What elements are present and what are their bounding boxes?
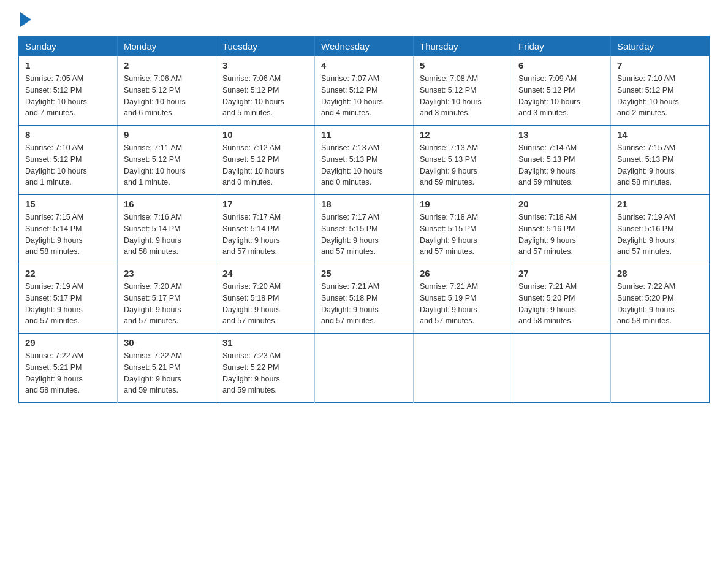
calendar-cell: 7 Sunrise: 7:10 AM Sunset: 5:12 PM Dayli… xyxy=(611,56,710,126)
calendar-cell: 15 Sunrise: 7:15 AM Sunset: 5:14 PM Dayl… xyxy=(19,195,118,264)
calendar-cell: 3 Sunrise: 7:06 AM Sunset: 5:12 PM Dayli… xyxy=(216,56,315,126)
calendar-cell: 18 Sunrise: 7:17 AM Sunset: 5:15 PM Dayl… xyxy=(315,195,414,264)
day-number: 7 xyxy=(617,60,703,71)
day-info: Sunrise: 7:06 AM Sunset: 5:12 PM Dayligh… xyxy=(124,73,210,119)
day-number: 9 xyxy=(124,129,210,140)
day-info: Sunrise: 7:22 AM Sunset: 5:21 PM Dayligh… xyxy=(124,350,210,396)
calendar-cell: 31 Sunrise: 7:23 AM Sunset: 5:22 PM Dayl… xyxy=(216,334,315,403)
day-info: Sunrise: 7:13 AM Sunset: 5:13 PM Dayligh… xyxy=(321,142,407,188)
calendar-cell: 16 Sunrise: 7:16 AM Sunset: 5:14 PM Dayl… xyxy=(118,195,216,264)
day-info: Sunrise: 7:18 AM Sunset: 5:16 PM Dayligh… xyxy=(518,212,604,258)
day-number: 14 xyxy=(617,129,703,140)
day-info: Sunrise: 7:17 AM Sunset: 5:14 PM Dayligh… xyxy=(222,212,308,258)
calendar-cell: 13 Sunrise: 7:14 AM Sunset: 5:13 PM Dayl… xyxy=(512,126,611,195)
column-header-monday: Monday xyxy=(118,36,216,57)
day-info: Sunrise: 7:21 AM Sunset: 5:19 PM Dayligh… xyxy=(420,281,506,327)
column-header-saturday: Saturday xyxy=(611,36,710,57)
calendar-cell xyxy=(414,334,512,403)
logo-triangle-icon xyxy=(20,12,31,27)
day-info: Sunrise: 7:11 AM Sunset: 5:12 PM Dayligh… xyxy=(124,142,210,188)
day-number: 5 xyxy=(420,60,506,71)
day-number: 16 xyxy=(124,199,210,209)
day-info: Sunrise: 7:15 AM Sunset: 5:13 PM Dayligh… xyxy=(617,142,703,188)
calendar-cell: 23 Sunrise: 7:20 AM Sunset: 5:17 PM Dayl… xyxy=(118,264,216,334)
calendar-cell: 21 Sunrise: 7:19 AM Sunset: 5:16 PM Dayl… xyxy=(611,195,710,264)
calendar-cell: 9 Sunrise: 7:11 AM Sunset: 5:12 PM Dayli… xyxy=(118,126,216,195)
day-number: 24 xyxy=(222,268,308,278)
day-number: 28 xyxy=(617,268,703,278)
day-number: 6 xyxy=(518,60,604,71)
column-header-thursday: Thursday xyxy=(414,36,512,57)
calendar-cell: 11 Sunrise: 7:13 AM Sunset: 5:13 PM Dayl… xyxy=(315,126,414,195)
column-header-wednesday: Wednesday xyxy=(315,36,414,57)
day-info: Sunrise: 7:09 AM Sunset: 5:12 PM Dayligh… xyxy=(518,73,604,119)
day-number: 8 xyxy=(25,129,111,140)
day-info: Sunrise: 7:22 AM Sunset: 5:21 PM Dayligh… xyxy=(25,350,111,396)
day-number: 27 xyxy=(518,268,604,278)
day-info: Sunrise: 7:07 AM Sunset: 5:12 PM Dayligh… xyxy=(321,73,407,119)
day-number: 30 xyxy=(124,337,210,348)
day-info: Sunrise: 7:21 AM Sunset: 5:18 PM Dayligh… xyxy=(321,281,407,327)
day-number: 18 xyxy=(321,199,407,209)
day-info: Sunrise: 7:22 AM Sunset: 5:20 PM Dayligh… xyxy=(617,281,703,327)
day-info: Sunrise: 7:14 AM Sunset: 5:13 PM Dayligh… xyxy=(518,142,604,188)
week-row-4: 22 Sunrise: 7:19 AM Sunset: 5:17 PM Dayl… xyxy=(19,264,710,334)
calendar-cell: 6 Sunrise: 7:09 AM Sunset: 5:12 PM Dayli… xyxy=(512,56,611,126)
calendar-cell: 10 Sunrise: 7:12 AM Sunset: 5:12 PM Dayl… xyxy=(216,126,315,195)
column-header-tuesday: Tuesday xyxy=(216,36,315,57)
day-number: 3 xyxy=(222,60,308,71)
day-number: 20 xyxy=(518,199,604,209)
calendar-cell: 29 Sunrise: 7:22 AM Sunset: 5:21 PM Dayl… xyxy=(19,334,118,403)
day-info: Sunrise: 7:18 AM Sunset: 5:15 PM Dayligh… xyxy=(420,212,506,258)
day-number: 11 xyxy=(321,129,407,140)
logo xyxy=(18,12,31,26)
column-header-friday: Friday xyxy=(512,36,611,57)
calendar-cell: 14 Sunrise: 7:15 AM Sunset: 5:13 PM Dayl… xyxy=(611,126,710,195)
day-info: Sunrise: 7:23 AM Sunset: 5:22 PM Dayligh… xyxy=(222,350,308,396)
day-number: 12 xyxy=(420,129,506,140)
calendar-cell: 20 Sunrise: 7:18 AM Sunset: 5:16 PM Dayl… xyxy=(512,195,611,264)
day-number: 31 xyxy=(222,337,308,348)
day-info: Sunrise: 7:19 AM Sunset: 5:16 PM Dayligh… xyxy=(617,212,703,258)
calendar-cell xyxy=(512,334,611,403)
day-number: 13 xyxy=(518,129,604,140)
calendar-table: SundayMondayTuesdayWednesdayThursdayFrid… xyxy=(18,36,710,403)
day-info: Sunrise: 7:05 AM Sunset: 5:12 PM Dayligh… xyxy=(25,73,111,119)
day-number: 2 xyxy=(124,60,210,71)
day-number: 29 xyxy=(25,337,111,348)
header-row: SundayMondayTuesdayWednesdayThursdayFrid… xyxy=(19,36,710,57)
day-info: Sunrise: 7:06 AM Sunset: 5:12 PM Dayligh… xyxy=(222,73,308,119)
day-number: 1 xyxy=(25,60,111,71)
day-info: Sunrise: 7:10 AM Sunset: 5:12 PM Dayligh… xyxy=(25,142,111,188)
calendar-cell: 4 Sunrise: 7:07 AM Sunset: 5:12 PM Dayli… xyxy=(315,56,414,126)
calendar-cell: 22 Sunrise: 7:19 AM Sunset: 5:17 PM Dayl… xyxy=(19,264,118,334)
calendar-cell xyxy=(315,334,414,403)
day-info: Sunrise: 7:15 AM Sunset: 5:14 PM Dayligh… xyxy=(25,212,111,258)
calendar-cell: 12 Sunrise: 7:13 AM Sunset: 5:13 PM Dayl… xyxy=(414,126,512,195)
day-number: 19 xyxy=(420,199,506,209)
day-info: Sunrise: 7:17 AM Sunset: 5:15 PM Dayligh… xyxy=(321,212,407,258)
week-row-2: 8 Sunrise: 7:10 AM Sunset: 5:12 PM Dayli… xyxy=(19,126,710,195)
day-info: Sunrise: 7:13 AM Sunset: 5:13 PM Dayligh… xyxy=(420,142,506,188)
calendar-cell: 24 Sunrise: 7:20 AM Sunset: 5:18 PM Dayl… xyxy=(216,264,315,334)
week-row-1: 1 Sunrise: 7:05 AM Sunset: 5:12 PM Dayli… xyxy=(19,56,710,126)
day-info: Sunrise: 7:16 AM Sunset: 5:14 PM Dayligh… xyxy=(124,212,210,258)
calendar-cell: 28 Sunrise: 7:22 AM Sunset: 5:20 PM Dayl… xyxy=(611,264,710,334)
calendar-cell: 5 Sunrise: 7:08 AM Sunset: 5:12 PM Dayli… xyxy=(414,56,512,126)
day-number: 26 xyxy=(420,268,506,278)
day-number: 4 xyxy=(321,60,407,71)
day-info: Sunrise: 7:20 AM Sunset: 5:17 PM Dayligh… xyxy=(124,281,210,327)
day-number: 23 xyxy=(124,268,210,278)
day-number: 21 xyxy=(617,199,703,209)
day-number: 10 xyxy=(222,129,308,140)
calendar-cell: 8 Sunrise: 7:10 AM Sunset: 5:12 PM Dayli… xyxy=(19,126,118,195)
calendar-cell: 1 Sunrise: 7:05 AM Sunset: 5:12 PM Dayli… xyxy=(19,56,118,126)
calendar-cell: 30 Sunrise: 7:22 AM Sunset: 5:21 PM Dayl… xyxy=(118,334,216,403)
calendar-cell: 2 Sunrise: 7:06 AM Sunset: 5:12 PM Dayli… xyxy=(118,56,216,126)
page-header xyxy=(18,12,710,26)
day-info: Sunrise: 7:08 AM Sunset: 5:12 PM Dayligh… xyxy=(420,73,506,119)
day-info: Sunrise: 7:12 AM Sunset: 5:12 PM Dayligh… xyxy=(222,142,308,188)
week-row-5: 29 Sunrise: 7:22 AM Sunset: 5:21 PM Dayl… xyxy=(19,334,710,403)
day-number: 25 xyxy=(321,268,407,278)
day-number: 15 xyxy=(25,199,111,209)
